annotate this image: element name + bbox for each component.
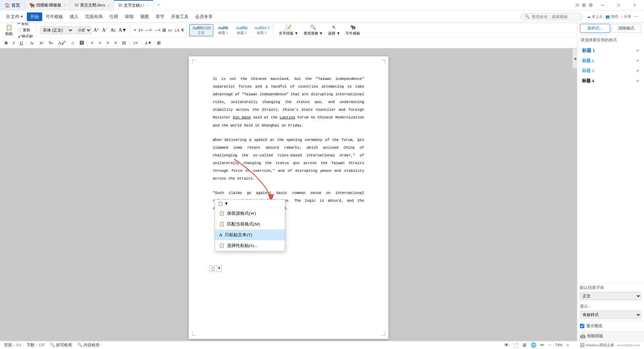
- search-box[interactable]: 🔍: [520, 13, 583, 20]
- clear-format-btn[interactable]: Ac: [110, 27, 116, 34]
- font-color-btn[interactable]: A·: [28, 40, 36, 46]
- style-item-h4[interactable]: 标题 4 ↵: [580, 76, 641, 86]
- tab3-close[interactable]: ×: [147, 4, 149, 7]
- style-item-h1[interactable]: 标题 1 ↵: [580, 46, 641, 56]
- draw-table-btn[interactable]: ⊞: [155, 40, 163, 46]
- style-normal[interactable]: AaBbCcD 正文: [189, 24, 213, 36]
- panel-collapse-btn[interactable]: ◀: [572, 48, 577, 68]
- columns-btn[interactable]: ⊟: [120, 40, 128, 46]
- default-para-section: 默认段落字体 正文: [577, 283, 644, 301]
- style-heading3[interactable]: AaBbCi 标题 3: [251, 24, 272, 36]
- underline-btn[interactable]: U: [18, 40, 25, 46]
- menu-vip[interactable]: 会员专享: [192, 12, 216, 21]
- numbering-btn[interactable]: 1≡: [138, 27, 144, 34]
- menu-file[interactable]: ☰ 文件 ▼: [3, 12, 27, 21]
- font-size-select[interactable]: 小四: [75, 26, 92, 34]
- close-btn[interactable]: ×: [628, 0, 641, 11]
- style-heading2[interactable]: AaBb( 标题 2: [232, 24, 251, 36]
- superscript-btn[interactable]: X²: [38, 40, 45, 46]
- sort-btn[interactable]: ↕A: [173, 27, 180, 34]
- tab-doc1[interactable]: W 文字文稿1 • ×: [114, 0, 153, 11]
- list-btn[interactable]: ≡: [133, 27, 137, 34]
- font-grow-btn[interactable]: A⁺: [93, 27, 100, 34]
- spell-check-status[interactable]: 🔍 拼写检查: [50, 342, 72, 348]
- copy-btn[interactable]: 📄复制: [16, 27, 34, 33]
- indent-more-btn[interactable]: →≡: [153, 27, 161, 34]
- paste-btn[interactable]: 📋 粘贴: [3, 24, 15, 36]
- settings-icon[interactable]: ⚙: [589, 2, 593, 8]
- tab2-close[interactable]: ×: [108, 3, 110, 7]
- cm-keep-source[interactable]: 📋 保留源格式(W): [215, 208, 285, 219]
- font-name-select[interactable]: 宋体 (正文): [40, 26, 73, 34]
- h1-apply-icon[interactable]: ↵: [636, 49, 639, 53]
- tab-home[interactable]: 🏠 首页: [0, 0, 25, 11]
- collab-icon[interactable]: 👥 协作: [605, 14, 619, 19]
- align-left-btn[interactable]: ≡: [89, 40, 95, 46]
- minimize-btn[interactable]: ─: [596, 0, 609, 11]
- preview-checkbox[interactable]: [580, 324, 584, 328]
- tab-docx[interactable]: W 英文文档.docx ×: [70, 0, 114, 11]
- maximize-btn[interactable]: □: [612, 0, 625, 11]
- bold-btn[interactable]: B: [3, 40, 10, 46]
- tab-add[interactable]: +: [153, 0, 164, 11]
- globe-icon[interactable]: 🌐: [531, 342, 536, 348]
- toolbar-clipboard: 📋 粘贴 ✂剪切 📄复制 🖌格式刷: [3, 23, 37, 37]
- zoom-out-btn[interactable]: −: [548, 343, 551, 348]
- indent-less-btn[interactable]: ←≡: [144, 27, 152, 34]
- cm-paste-text[interactable]: A 只粘贴文本(T): [215, 230, 285, 240]
- select-btn[interactable]: ↖ 选择 ▼: [326, 24, 342, 37]
- tab1-close[interactable]: ×: [64, 3, 66, 7]
- image-btn[interactable]: 🖼: [77, 40, 86, 46]
- font-shrink-btn[interactable]: A⁻: [101, 27, 108, 34]
- paste-small-icon[interactable]: 📋 ▼: [209, 265, 222, 272]
- subscript-btn[interactable]: X₂: [47, 40, 55, 46]
- h4-apply-icon[interactable]: ↵: [636, 79, 639, 83]
- italic-btn[interactable]: I: [11, 40, 16, 46]
- text-layout-btn[interactable]: 📝 文字排版 ▼: [277, 24, 300, 37]
- zoom-in-btn[interactable]: +: [567, 343, 569, 348]
- content-check-status[interactable]: 🔍 内容检查·: [77, 342, 101, 348]
- more-icon[interactable]: ⋯: [634, 14, 639, 19]
- para-mark-btn[interactable]: ¶: [181, 27, 184, 34]
- menu-dev[interactable]: 开发工具: [168, 12, 192, 21]
- grid-icon[interactable]: ⊞: [582, 2, 586, 8]
- style-item-h3[interactable]: 标题 3 ↵: [580, 66, 641, 76]
- eye-icon[interactable]: 👁: [504, 343, 509, 348]
- cm-selective-paste[interactable]: 📋 选择性粘贴(S)...: [215, 240, 285, 251]
- h2-apply-icon[interactable]: ↵: [636, 59, 639, 63]
- table-view-icon[interactable]: ⊞: [523, 342, 527, 348]
- char-spacing-btn[interactable]: A▼: [118, 27, 127, 34]
- align-justify-btn[interactable]: ≡: [112, 40, 119, 46]
- share-icon[interactable]: ↑ 分享: [621, 14, 631, 19]
- menu-start[interactable]: 开始: [27, 12, 42, 21]
- h3-apply-icon[interactable]: ↵: [636, 69, 639, 73]
- border-btn[interactable]: ▭: [167, 27, 173, 34]
- menu-references[interactable]: 引用: [106, 12, 121, 21]
- align-right-btn[interactable]: ≡: [105, 40, 111, 46]
- menu-chapter[interactable]: 章节: [152, 12, 168, 21]
- style-heading1[interactable]: AaBb 标题 1: [214, 24, 232, 36]
- menu-layout[interactable]: 页面布局: [82, 12, 106, 21]
- menu-insert[interactable]: 插入: [66, 12, 82, 21]
- line-spacing-btn[interactable]: ↕≡: [131, 40, 140, 46]
- niuniu-btn[interactable]: 🐂 可牛模板: [343, 24, 362, 37]
- style-item-h2[interactable]: 标题 2 ↵: [580, 56, 641, 66]
- table-btn[interactable]: ⊞: [162, 27, 167, 34]
- cm-match-format[interactable]: 📋 匹配当前格式(M): [215, 219, 285, 230]
- display-select[interactable]: 有效样式: [580, 311, 641, 319]
- menu-review[interactable]: 审阅: [121, 12, 137, 21]
- menu-template[interactable]: 可牛模板: [42, 12, 66, 21]
- search-input[interactable]: [532, 14, 579, 19]
- text-effect-btn[interactable]: A✦: [143, 40, 153, 46]
- edit-icon[interactable]: ✏: [540, 342, 544, 348]
- new-style-btn[interactable]: 新样式...: [580, 24, 610, 33]
- tab-template[interactable]: 🐂 找模板/模板板 ×: [25, 0, 70, 11]
- default-para-select[interactable]: 正文: [580, 292, 641, 300]
- find-replace-btn[interactable]: 🔍 查找替换 ▼: [302, 24, 325, 37]
- font-color2-btn[interactable]: A: [69, 40, 76, 46]
- page-view-icon[interactable]: 📄: [513, 342, 519, 348]
- menu-view[interactable]: 视图: [137, 12, 152, 21]
- highlight-btn[interactable]: A🖊: [56, 40, 67, 46]
- align-center-btn[interactable]: ≡: [97, 40, 103, 46]
- clear-format-btn2[interactable]: 清除格式: [611, 24, 642, 33]
